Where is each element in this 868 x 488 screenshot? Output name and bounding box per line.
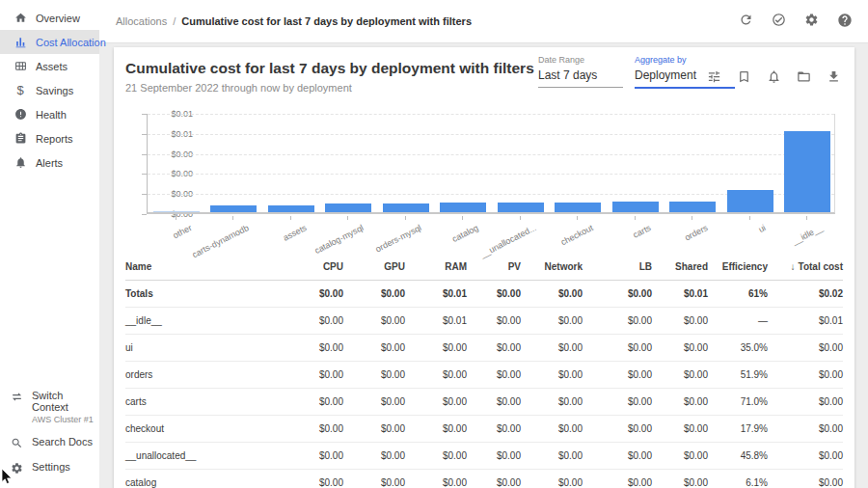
edit-filters-button[interactable]: [707, 69, 721, 87]
column-header-efficiency[interactable]: Efficiency: [708, 261, 768, 272]
chart-bar-orders[interactable]: [669, 202, 716, 212]
column-header-gpu[interactable]: GPU: [343, 261, 405, 272]
switch-context-label: Switch Context: [32, 390, 68, 413]
grid-icon: [14, 60, 27, 72]
sidebar-item-cost-allocation[interactable]: Cost Allocation: [0, 30, 99, 54]
sidebar-item-reports[interactable]: Reports: [0, 126, 99, 150]
row-value: $0.02: [768, 288, 843, 299]
table-row-ui[interactable]: ui$0.00$0.00$0.00$0.00$0.00$0.00$0.0035.…: [125, 335, 843, 362]
chart-bar-catalog-mysql[interactable]: [325, 203, 371, 212]
row-value: $0.00: [583, 396, 652, 407]
table-row-__idle__[interactable]: __idle__$0.00$0.00$0.01$0.00$0.00$0.00$0…: [125, 308, 843, 335]
column-header-lb[interactable]: LB: [583, 261, 652, 272]
row-value: $0.00: [768, 477, 843, 488]
row-name: __unallocated__: [125, 450, 282, 461]
save-report-button[interactable]: [737, 69, 751, 87]
row-value: $0.00: [768, 450, 843, 461]
row-value: $0.00: [467, 477, 521, 488]
switch-context-button[interactable]: Switch Context AWS Cluster #1: [0, 384, 99, 430]
chart-bar-orders-mysql[interactable]: [383, 203, 429, 212]
aggregate-by-label: Aggregate by: [635, 55, 735, 65]
sidebar-item-label: Overview: [36, 13, 80, 24]
row-value: $0.01: [405, 288, 467, 299]
bookmark-icon: [737, 69, 751, 87]
open-reports-button[interactable]: [797, 69, 811, 87]
x-axis-label: assets: [282, 223, 309, 243]
row-name: ui: [125, 342, 282, 353]
column-header-shared[interactable]: Shared: [652, 261, 708, 272]
chart-bar-ui[interactable]: [727, 190, 773, 212]
download-button[interactable]: [827, 69, 841, 87]
column-header-network[interactable]: Network: [521, 261, 583, 272]
top-actions: [739, 13, 853, 31]
x-axis-tick: [290, 216, 291, 220]
bell-icon: [14, 156, 27, 169]
refresh-button[interactable]: [739, 13, 753, 30]
gridline: [148, 154, 834, 155]
settings-nav-button[interactable]: Settings: [0, 455, 99, 480]
chart-bar-carts-dynamodb[interactable]: [210, 205, 257, 212]
row-value: $0.00: [467, 342, 521, 353]
table-row-Totals[interactable]: Totals$0.00$0.00$0.01$0.00$0.00$0.00$0.0…: [125, 281, 843, 308]
row-value: $0.00: [652, 423, 708, 434]
help-button[interactable]: [837, 13, 853, 31]
search-docs-button[interactable]: Search Docs: [0, 430, 99, 455]
row-value: 6.1%: [708, 477, 768, 488]
sidebar-item-alerts[interactable]: Alerts: [0, 150, 99, 175]
gridline: [148, 174, 834, 175]
row-value: $0.00: [768, 396, 843, 407]
row-value: $0.00: [405, 423, 467, 434]
column-header-name[interactable]: Name: [125, 261, 282, 272]
row-value: $0.00: [282, 477, 343, 488]
column-header-ram[interactable]: RAM: [405, 261, 467, 272]
sidebar-item-savings[interactable]: $ Savings: [0, 78, 99, 102]
chart-bar-checkout[interactable]: [555, 203, 601, 212]
row-value: $0.00: [467, 450, 521, 461]
row-name: checkout: [125, 423, 282, 434]
chart-bar-catalog[interactable]: [440, 203, 486, 212]
row-value: $0.00: [521, 288, 583, 299]
settings-button[interactable]: [804, 13, 819, 30]
chart-bar-__unallocated...[interactable]: [498, 203, 544, 212]
row-value: $0.00: [343, 342, 405, 353]
row-name: catalog: [125, 477, 282, 488]
table-row-__unallocated__[interactable]: __unallocated__$0.00$0.00$0.00$0.00$0.00…: [125, 443, 843, 470]
chart-bar-assets[interactable]: [268, 205, 314, 212]
chart-bar-carts[interactable]: [612, 202, 659, 212]
search-docs-label: Search Docs: [32, 436, 93, 447]
row-value: $0.00: [652, 396, 708, 407]
report-card: Cumulative cost for last 7 days by deplo…: [114, 47, 854, 488]
row-value: $0.00: [282, 288, 343, 299]
x-axis-tick: [577, 216, 578, 220]
x-axis-label: ui: [756, 223, 767, 234]
table-row-orders[interactable]: orders$0.00$0.00$0.00$0.00$0.00$0.00$0.0…: [125, 362, 843, 389]
column-header-pv[interactable]: PV: [467, 261, 521, 272]
row-value: $0.00: [405, 450, 467, 461]
x-axis-label: orders-mysql: [373, 223, 422, 255]
sidebar-item-overview[interactable]: Overview: [0, 6, 99, 30]
chart-bar-other[interactable]: [153, 211, 200, 212]
date-range-value: Last 7 days: [538, 68, 623, 88]
row-value: $0.00: [343, 450, 405, 461]
chart-bar-__idle__[interactable]: [784, 131, 830, 212]
sidebar-item-assets[interactable]: Assets: [0, 54, 99, 78]
sidebar-footer: Switch Context AWS Cluster #1 Search Doc…: [0, 384, 99, 488]
sidebar-item-health[interactable]: Health: [0, 102, 99, 126]
table-row-carts[interactable]: carts$0.00$0.00$0.00$0.00$0.00$0.00$0.00…: [125, 389, 843, 416]
column-header-cpu[interactable]: CPU: [282, 261, 343, 272]
folder-icon: [797, 69, 811, 87]
row-value: $0.00: [282, 423, 343, 434]
row-value: $0.00: [282, 315, 343, 326]
diagnostics-button[interactable]: [772, 13, 786, 30]
row-name: __idle__: [125, 315, 282, 326]
table-row-catalog[interactable]: catalog$0.00$0.00$0.00$0.00$0.00$0.00$0.…: [125, 470, 843, 488]
alerts-bell-button[interactable]: [767, 69, 781, 87]
sidebar-item-label: Savings: [36, 85, 73, 96]
breadcrumb-allocations-link[interactable]: Allocations: [116, 15, 167, 27]
column-header-total-cost[interactable]: ↓Total cost: [768, 261, 843, 272]
table-row-checkout[interactable]: checkout$0.00$0.00$0.00$0.00$0.00$0.00$0…: [125, 416, 843, 443]
date-range-select[interactable]: Date Range Last 7 days: [538, 55, 623, 88]
sidebar-item-label: Assets: [36, 61, 68, 72]
row-value: $0.00: [343, 396, 405, 407]
x-axis-tick: [635, 216, 636, 220]
